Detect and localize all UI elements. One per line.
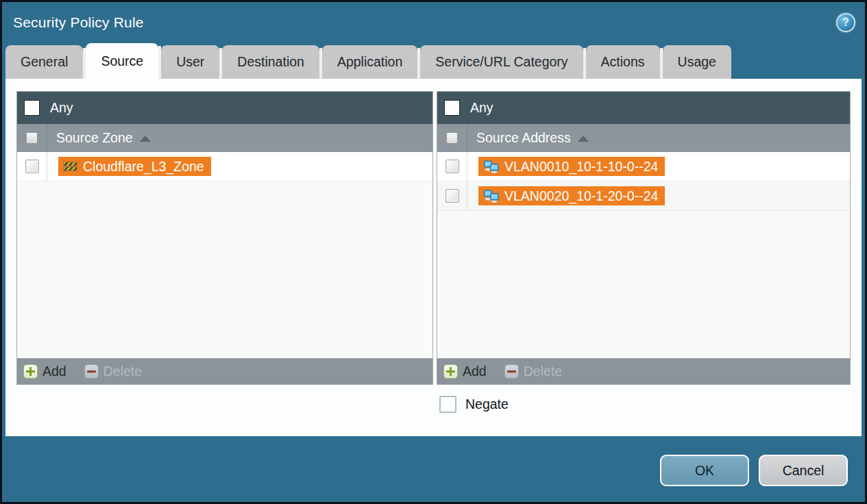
- tab-user[interactable]: User: [161, 45, 219, 79]
- header-checkbox-cell: [437, 124, 467, 152]
- ok-button[interactable]: OK: [660, 455, 749, 486]
- source-zone-any-label: Any: [50, 100, 73, 116]
- address-chip-label: VLAN0010_10-1-10-0--24: [504, 159, 658, 175]
- delete-button[interactable]: Delete: [84, 364, 142, 379]
- column-label-wrap: Source Zone: [47, 124, 151, 152]
- tab-label: Service/URL Category: [435, 54, 567, 70]
- negate-label: Negate: [465, 396, 509, 412]
- tab-application[interactable]: Application: [322, 45, 417, 79]
- delete-button-label: Delete: [103, 364, 142, 379]
- add-button-label: Add: [42, 364, 66, 379]
- address-icon: [483, 190, 499, 203]
- tab-label: User: [176, 54, 204, 70]
- tab-label: Source: [101, 53, 143, 69]
- help-icon[interactable]: ?: [836, 13, 855, 32]
- tab-service-url-category[interactable]: Service/URL Category: [420, 45, 583, 79]
- header-checkbox-cell: [17, 124, 47, 152]
- source-address-any-row: Any: [437, 92, 850, 124]
- table-row[interactable]: Cloudflare_L3_Zone: [17, 152, 432, 181]
- tab-usage[interactable]: Usage: [663, 45, 731, 79]
- source-zone-any-row: Any: [17, 92, 432, 124]
- row-checkbox-cell: [437, 181, 467, 210]
- zone-chip-label: Cloudflare_L3_Zone: [83, 159, 204, 175]
- row-checkbox-cell: [17, 152, 47, 181]
- negate-option: Negate: [439, 396, 509, 413]
- source-address-any-label: Any: [470, 100, 493, 116]
- source-zone-rows: Cloudflare_L3_Zone: [17, 152, 432, 358]
- address-chip[interactable]: VLAN0020_10-1-20-0--24: [478, 186, 665, 205]
- source-address-panel: Any Source Address: [437, 91, 851, 385]
- tab-source[interactable]: Source: [86, 43, 158, 79]
- row-checkbox[interactable]: [445, 160, 459, 173]
- row-checkbox[interactable]: [25, 160, 39, 173]
- tab-label: Usage: [678, 54, 716, 70]
- zone-chip[interactable]: Cloudflare_L3_Zone: [58, 157, 211, 176]
- source-zone-footer: Add Delete: [17, 358, 432, 384]
- row-checkbox[interactable]: [445, 189, 459, 203]
- tab-general[interactable]: General: [5, 45, 83, 79]
- source-zone-select-all-checkbox[interactable]: [26, 132, 38, 144]
- table-row[interactable]: VLAN0010_10-1-10-0--24: [437, 152, 850, 181]
- address-chip[interactable]: VLAN0010_10-1-10-0--24: [478, 157, 665, 176]
- security-policy-rule-dialog: Security Policy Rule ? General Source Us…: [0, 0, 867, 504]
- address-chip-label: VLAN0020_10-1-20-0--24: [504, 188, 658, 204]
- dialog-title: Security Policy Rule: [13, 14, 144, 31]
- source-address-select-all-checkbox[interactable]: [446, 132, 458, 144]
- delete-minus-icon: [84, 364, 99, 379]
- address-icon: [483, 160, 499, 173]
- column-label-wrap: Source Address: [467, 124, 589, 152]
- dialog-action-bar: OK Cancel: [660, 455, 848, 486]
- add-button-label: Add: [463, 364, 487, 379]
- add-plus-icon: [443, 364, 458, 379]
- tab-label: Application: [337, 54, 402, 70]
- table-row[interactable]: VLAN0020_10-1-20-0--24: [437, 181, 850, 211]
- source-address-column-header[interactable]: Source Address: [437, 124, 850, 152]
- add-plus-icon: [23, 364, 38, 379]
- zone-icon: [63, 161, 77, 173]
- row-checkbox-cell: [437, 152, 467, 181]
- sort-ascending-icon: [140, 136, 151, 142]
- cancel-button[interactable]: Cancel: [759, 455, 848, 486]
- source-address-rows: VLAN0010_10-1-10-0--24: [437, 152, 850, 358]
- source-address-any-checkbox[interactable]: [444, 100, 460, 116]
- title-bar: Security Policy Rule ?: [2, 2, 865, 43]
- delete-button-label: Delete: [524, 364, 562, 379]
- source-address-column-label: Source Address: [476, 130, 571, 146]
- tab-label: Actions: [601, 54, 645, 70]
- delete-minus-icon: [504, 364, 519, 379]
- source-tab-content: Any Source Zone: [5, 79, 862, 436]
- sort-ascending-icon: [578, 136, 589, 142]
- tab-label: General: [21, 54, 68, 70]
- negate-checkbox[interactable]: [439, 396, 456, 413]
- panels-container: Any Source Zone: [5, 79, 862, 385]
- source-zone-any-checkbox[interactable]: [24, 100, 40, 116]
- source-zone-column-header[interactable]: Source Zone: [17, 124, 432, 152]
- source-zone-column-label: Source Zone: [56, 130, 133, 146]
- tab-destination[interactable]: Destination: [222, 45, 319, 79]
- help-glyph: ?: [842, 16, 849, 29]
- source-zone-panel: Any Source Zone: [16, 91, 433, 385]
- add-button[interactable]: Add: [443, 364, 487, 379]
- delete-button[interactable]: Delete: [504, 364, 562, 379]
- add-button[interactable]: Add: [23, 364, 66, 379]
- source-address-footer: Add Delete: [437, 358, 850, 384]
- tab-label: Destination: [237, 54, 304, 70]
- tab-actions[interactable]: Actions: [586, 45, 660, 79]
- tab-bar: General Source User Destination Applicat…: [2, 43, 865, 79]
